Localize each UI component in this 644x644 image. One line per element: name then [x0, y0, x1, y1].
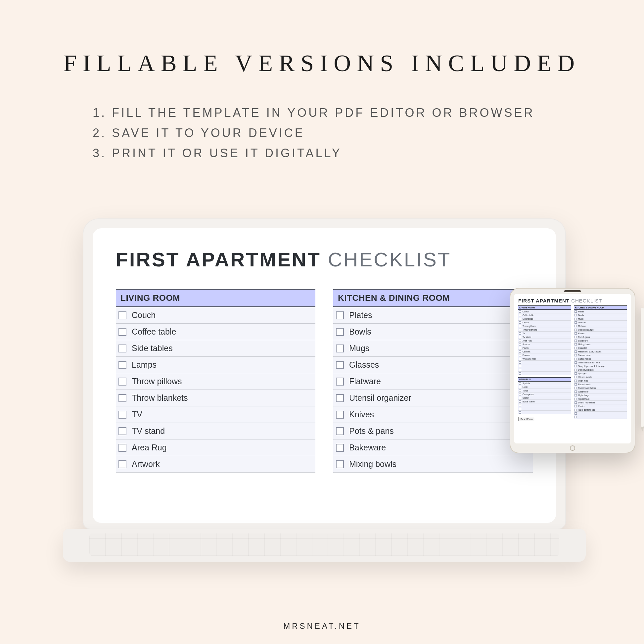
checkbox[interactable] — [575, 321, 577, 324]
checkbox[interactable] — [336, 328, 344, 336]
checkbox[interactable] — [118, 378, 126, 386]
checkbox[interactable] — [575, 361, 577, 364]
checkbox[interactable] — [118, 328, 126, 336]
checkbox[interactable] — [575, 365, 577, 367]
checkbox[interactable] — [519, 310, 521, 313]
page-headline: FILLABLE VERSIONS INCLUDED — [0, 50, 644, 77]
checkbox[interactable] — [519, 404, 521, 406]
checkbox[interactable] — [519, 386, 521, 388]
checkbox[interactable] — [575, 372, 577, 375]
checkbox[interactable] — [519, 361, 521, 364]
checkbox[interactable] — [118, 427, 126, 435]
checkbox[interactable] — [519, 365, 521, 367]
checkbox[interactable] — [519, 411, 521, 414]
checklist-row: Ladle — [518, 385, 571, 389]
checklist-row: Throw blankets — [518, 328, 571, 332]
checkbox[interactable] — [575, 358, 577, 360]
checkbox[interactable] — [519, 397, 521, 399]
checklist-row: Welcome mat — [518, 357, 571, 361]
tablet-home-button[interactable] — [570, 445, 575, 451]
checkbox[interactable] — [336, 345, 344, 352]
checkbox[interactable] — [575, 310, 577, 313]
checkbox[interactable] — [519, 340, 521, 342]
checkbox[interactable] — [519, 347, 521, 349]
checkbox[interactable] — [575, 336, 577, 338]
checkbox[interactable] — [575, 325, 577, 327]
checklist-row: Mixing bowls — [333, 456, 533, 473]
checkbox[interactable] — [118, 311, 126, 319]
checkbox[interactable] — [519, 325, 521, 327]
checkbox[interactable] — [118, 411, 126, 419]
checkbox[interactable] — [575, 376, 577, 378]
checkbox[interactable] — [118, 345, 126, 352]
checkbox[interactable] — [575, 387, 577, 389]
checkbox[interactable] — [575, 405, 577, 407]
checkbox[interactable] — [118, 460, 126, 468]
checkbox[interactable] — [575, 394, 577, 396]
checkbox[interactable] — [519, 400, 521, 403]
checkbox[interactable] — [118, 444, 126, 452]
checkbox[interactable] — [118, 361, 126, 369]
checkbox[interactable] — [575, 369, 577, 371]
checkbox[interactable] — [519, 382, 521, 385]
checkbox[interactable] — [336, 378, 344, 386]
checklist-row: Pots & pans — [333, 423, 533, 439]
checklist-row: Artwork — [518, 343, 571, 346]
checkbox[interactable] — [575, 318, 577, 320]
checkbox[interactable] — [575, 409, 577, 411]
checklist-item-label: Mugs — [578, 318, 583, 320]
checkbox[interactable] — [519, 358, 521, 360]
checklist-item-label: TV — [523, 332, 525, 335]
checkbox[interactable] — [575, 343, 577, 345]
checkbox[interactable] — [336, 411, 344, 419]
checkbox[interactable] — [575, 340, 577, 342]
checkbox[interactable] — [519, 314, 521, 316]
checkbox[interactable] — [575, 347, 577, 349]
checkbox[interactable] — [519, 350, 521, 353]
checkbox[interactable] — [336, 311, 344, 319]
checkbox[interactable] — [575, 354, 577, 356]
checkbox[interactable] — [575, 416, 577, 418]
checkbox[interactable] — [575, 329, 577, 331]
checklist-row: Paper towel holder — [574, 386, 627, 390]
checkbox[interactable] — [575, 380, 577, 382]
checkbox[interactable] — [336, 394, 344, 402]
checkbox[interactable] — [575, 332, 577, 335]
checkbox[interactable] — [575, 350, 577, 353]
tablet-utensils-header: UTENSILS — [518, 377, 571, 382]
checkbox[interactable] — [519, 332, 521, 335]
checkbox[interactable] — [519, 343, 521, 345]
checkbox[interactable] — [519, 408, 521, 410]
checklist-row: Lamps — [116, 357, 315, 373]
checkbox[interactable] — [519, 390, 521, 392]
checkbox[interactable] — [118, 394, 126, 402]
checkbox[interactable] — [519, 318, 521, 320]
checklist-item-label: Bakeware — [349, 443, 386, 452]
tablet-title-bold: FIRST APARTMENT — [518, 298, 571, 303]
checklist-item-label: Plates — [349, 310, 372, 320]
tablet-camera — [564, 290, 581, 292]
checkbox[interactable] — [336, 427, 344, 435]
checkbox[interactable] — [519, 393, 521, 395]
checkbox[interactable] — [519, 369, 521, 371]
checkbox[interactable] — [519, 336, 521, 338]
checklist-row: Glasses — [574, 321, 627, 324]
checkbox[interactable] — [519, 354, 521, 356]
checkbox[interactable] — [575, 391, 577, 393]
checklist-item-label: Measuring cups, spoons — [578, 350, 601, 353]
checkbox[interactable] — [575, 383, 577, 386]
checkbox[interactable] — [519, 321, 521, 324]
checkbox[interactable] — [575, 401, 577, 404]
checkbox[interactable] — [575, 412, 577, 415]
checkbox[interactable] — [336, 444, 344, 452]
checklist-row: Trash can & trash bags — [574, 361, 627, 364]
checkbox[interactable] — [519, 372, 521, 375]
checklist-row: Couch — [518, 310, 571, 313]
checkbox[interactable] — [575, 398, 577, 400]
checkbox[interactable] — [336, 361, 344, 369]
checkbox[interactable] — [336, 460, 344, 468]
checkbox[interactable] — [575, 314, 577, 316]
reset-form-button[interactable]: Reset Form — [518, 417, 535, 421]
checkbox[interactable] — [519, 329, 521, 331]
checklist-row: Side tables — [518, 317, 571, 321]
